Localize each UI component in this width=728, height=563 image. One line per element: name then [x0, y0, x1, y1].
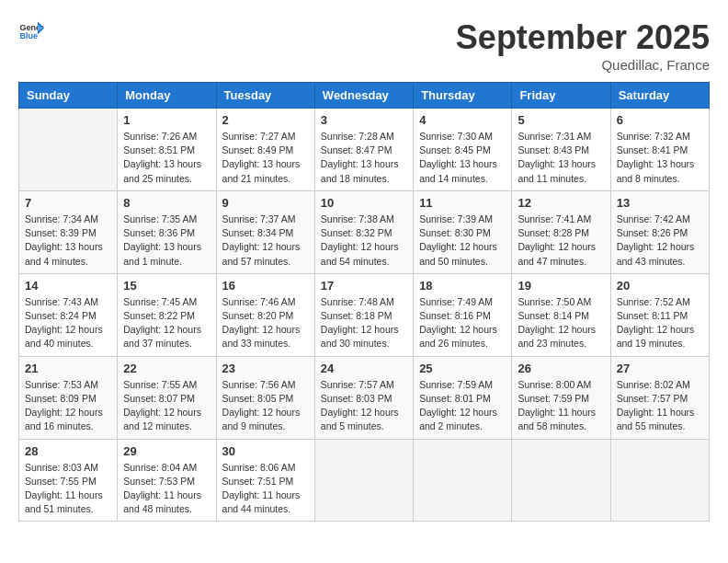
calendar-week-row: 1Sunrise: 7:26 AM Sunset: 8:51 PM Daylig…: [19, 109, 710, 191]
calendar-day-cell: 28Sunrise: 8:03 AM Sunset: 7:55 PM Dayli…: [19, 439, 118, 522]
calendar-day-cell: 24Sunrise: 7:57 AM Sunset: 8:03 PM Dayli…: [314, 356, 413, 439]
day-info: Sunrise: 7:48 AM Sunset: 8:18 PM Dayligh…: [321, 295, 407, 351]
calendar-day-cell: 3Sunrise: 7:28 AM Sunset: 8:47 PM Daylig…: [314, 109, 413, 191]
month-title: September 2025: [456, 18, 710, 57]
calendar-week-row: 14Sunrise: 7:43 AM Sunset: 8:24 PM Dayli…: [19, 273, 710, 356]
day-number: 15: [123, 279, 210, 293]
weekday-header: Monday: [118, 83, 216, 109]
page-header: General Blue September 2025 Quedillac, F…: [18, 18, 710, 73]
day-number: 20: [617, 279, 703, 293]
day-number: 18: [419, 279, 506, 293]
day-info: Sunrise: 7:43 AM Sunset: 8:24 PM Dayligh…: [25, 295, 111, 351]
calendar-day-cell: 16Sunrise: 7:46 AM Sunset: 8:20 PM Dayli…: [216, 273, 314, 356]
day-info: Sunrise: 7:28 AM Sunset: 8:47 PM Dayligh…: [321, 130, 407, 186]
day-info: Sunrise: 7:56 AM Sunset: 8:05 PM Dayligh…: [222, 378, 309, 434]
calendar-day-cell: 29Sunrise: 8:04 AM Sunset: 7:53 PM Dayli…: [118, 439, 216, 522]
calendar-day-cell: 6Sunrise: 7:32 AM Sunset: 8:41 PM Daylig…: [610, 109, 709, 191]
calendar-day-cell: 15Sunrise: 7:45 AM Sunset: 8:22 PM Dayli…: [118, 273, 216, 356]
day-info: Sunrise: 7:31 AM Sunset: 8:43 PM Dayligh…: [518, 130, 604, 186]
calendar-day-cell: 5Sunrise: 7:31 AM Sunset: 8:43 PM Daylig…: [512, 109, 610, 191]
day-number: 25: [419, 362, 506, 375]
calendar-day-cell: 19Sunrise: 7:50 AM Sunset: 8:14 PM Dayli…: [512, 273, 610, 356]
day-info: Sunrise: 7:53 AM Sunset: 8:09 PM Dayligh…: [25, 378, 111, 434]
day-number: 9: [222, 196, 309, 210]
calendar-day-cell: 18Sunrise: 7:49 AM Sunset: 8:16 PM Dayli…: [414, 273, 512, 356]
day-info: Sunrise: 8:04 AM Sunset: 7:53 PM Dayligh…: [123, 461, 210, 517]
day-info: Sunrise: 7:34 AM Sunset: 8:39 PM Dayligh…: [25, 213, 111, 269]
day-number: 23: [222, 362, 309, 375]
day-info: Sunrise: 7:42 AM Sunset: 8:26 PM Dayligh…: [617, 213, 703, 269]
calendar-week-row: 28Sunrise: 8:03 AM Sunset: 7:55 PM Dayli…: [19, 439, 710, 522]
day-info: Sunrise: 7:57 AM Sunset: 8:03 PM Dayligh…: [321, 378, 407, 434]
calendar-day-cell: 4Sunrise: 7:30 AM Sunset: 8:45 PM Daylig…: [414, 109, 512, 191]
weekday-header: Tuesday: [216, 83, 314, 109]
weekday-header: Saturday: [610, 83, 709, 109]
calendar-day-cell: 10Sunrise: 7:38 AM Sunset: 8:32 PM Dayli…: [314, 190, 413, 273]
day-number: 4: [419, 113, 506, 127]
calendar-day-cell: 11Sunrise: 7:39 AM Sunset: 8:30 PM Dayli…: [414, 190, 512, 273]
day-number: 26: [518, 362, 604, 375]
day-number: 22: [123, 362, 210, 375]
calendar-day-cell: 27Sunrise: 8:02 AM Sunset: 7:57 PM Dayli…: [610, 356, 709, 439]
day-number: 13: [617, 196, 703, 210]
day-info: Sunrise: 7:59 AM Sunset: 8:01 PM Dayligh…: [419, 378, 506, 434]
day-number: 29: [123, 444, 210, 458]
calendar-day-cell: 23Sunrise: 7:56 AM Sunset: 8:05 PM Dayli…: [216, 356, 314, 439]
calendar-day-cell: 12Sunrise: 7:41 AM Sunset: 8:28 PM Dayli…: [512, 190, 610, 273]
day-info: Sunrise: 8:00 AM Sunset: 7:59 PM Dayligh…: [518, 378, 604, 434]
calendar-day-cell: 17Sunrise: 7:48 AM Sunset: 8:18 PM Dayli…: [314, 273, 413, 356]
calendar-day-cell: [19, 109, 118, 191]
calendar-day-cell: 30Sunrise: 8:06 AM Sunset: 7:51 PM Dayli…: [216, 439, 314, 522]
day-info: Sunrise: 7:52 AM Sunset: 8:11 PM Dayligh…: [617, 295, 703, 351]
day-number: 24: [321, 362, 407, 375]
day-info: Sunrise: 8:02 AM Sunset: 7:57 PM Dayligh…: [617, 378, 703, 434]
calendar-day-cell: [512, 439, 610, 522]
day-number: 12: [518, 196, 604, 210]
day-number: 1: [123, 113, 210, 127]
day-number: 21: [25, 362, 111, 375]
day-info: Sunrise: 7:38 AM Sunset: 8:32 PM Dayligh…: [321, 213, 407, 269]
calendar-week-row: 7Sunrise: 7:34 AM Sunset: 8:39 PM Daylig…: [19, 190, 710, 273]
day-info: Sunrise: 7:32 AM Sunset: 8:41 PM Dayligh…: [617, 130, 703, 186]
weekday-header: Friday: [512, 83, 610, 109]
calendar-day-cell: 21Sunrise: 7:53 AM Sunset: 8:09 PM Dayli…: [19, 356, 118, 439]
weekday-header: Sunday: [19, 83, 118, 109]
calendar-day-cell: 20Sunrise: 7:52 AM Sunset: 8:11 PM Dayli…: [610, 273, 709, 356]
calendar-day-cell: [610, 439, 709, 522]
calendar-day-cell: 1Sunrise: 7:26 AM Sunset: 8:51 PM Daylig…: [118, 109, 216, 191]
day-info: Sunrise: 7:46 AM Sunset: 8:20 PM Dayligh…: [222, 295, 309, 351]
day-number: 10: [321, 196, 407, 210]
calendar-day-cell: 7Sunrise: 7:34 AM Sunset: 8:39 PM Daylig…: [19, 190, 118, 273]
day-number: 28: [25, 444, 111, 458]
day-number: 16: [222, 279, 309, 293]
svg-text:Blue: Blue: [19, 31, 38, 40]
day-number: 6: [617, 113, 703, 127]
day-number: 11: [419, 196, 506, 210]
location: Quedillac, France: [456, 57, 710, 73]
calendar-day-cell: [314, 439, 413, 522]
day-number: 3: [321, 113, 407, 127]
day-number: 8: [123, 196, 210, 210]
calendar-table: SundayMondayTuesdayWednesdayThursdayFrid…: [18, 82, 710, 522]
day-info: Sunrise: 7:26 AM Sunset: 8:51 PM Dayligh…: [123, 130, 210, 186]
calendar-day-cell: 14Sunrise: 7:43 AM Sunset: 8:24 PM Dayli…: [19, 273, 118, 356]
weekday-header: Wednesday: [314, 83, 413, 109]
day-info: Sunrise: 7:37 AM Sunset: 8:34 PM Dayligh…: [222, 213, 309, 269]
day-info: Sunrise: 8:03 AM Sunset: 7:55 PM Dayligh…: [25, 461, 111, 517]
day-number: 30: [222, 444, 309, 458]
day-info: Sunrise: 7:39 AM Sunset: 8:30 PM Dayligh…: [419, 213, 506, 269]
day-info: Sunrise: 7:30 AM Sunset: 8:45 PM Dayligh…: [419, 130, 506, 186]
title-block: September 2025 Quedillac, France: [456, 18, 710, 73]
day-info: Sunrise: 7:55 AM Sunset: 8:07 PM Dayligh…: [123, 378, 210, 434]
calendar-day-cell: 8Sunrise: 7:35 AM Sunset: 8:36 PM Daylig…: [118, 190, 216, 273]
calendar-day-cell: 2Sunrise: 7:27 AM Sunset: 8:49 PM Daylig…: [216, 109, 314, 191]
calendar-day-cell: 26Sunrise: 8:00 AM Sunset: 7:59 PM Dayli…: [512, 356, 610, 439]
day-info: Sunrise: 7:35 AM Sunset: 8:36 PM Dayligh…: [123, 213, 210, 269]
day-number: 7: [25, 196, 111, 210]
day-number: 17: [321, 279, 407, 293]
weekday-header: Thursday: [414, 83, 512, 109]
logo: General Blue: [18, 18, 44, 44]
day-number: 2: [222, 113, 309, 127]
weekday-header-row: SundayMondayTuesdayWednesdayThursdayFrid…: [19, 83, 710, 109]
day-info: Sunrise: 7:27 AM Sunset: 8:49 PM Dayligh…: [222, 130, 309, 186]
